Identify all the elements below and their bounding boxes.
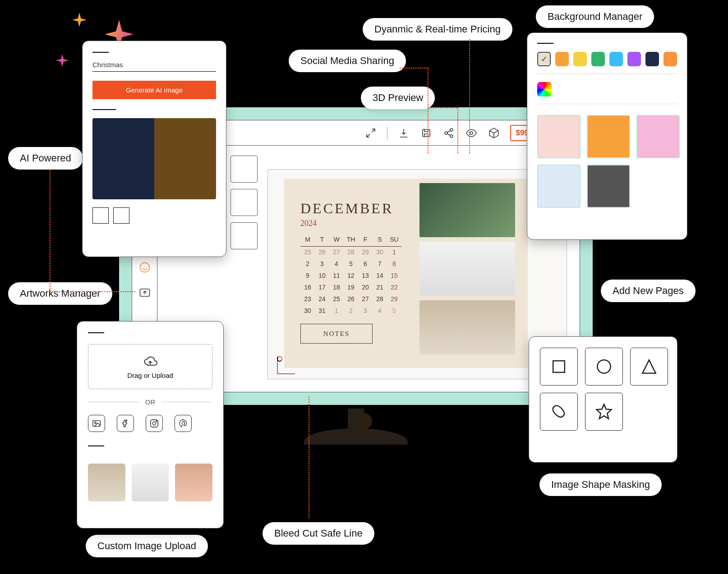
upload-panel: Drag or Upload OR	[77, 321, 224, 528]
pill-pricing: Dyanmic & Real-time Pricing	[363, 18, 512, 41]
uploaded-thumb[interactable]	[88, 464, 125, 501]
svg-point-4	[470, 132, 473, 134]
mask-triangle-icon[interactable]	[630, 348, 668, 386]
download-icon[interactable]	[397, 127, 410, 139]
design-canvas[interactable]: DECEMBER 2024 MTWTHFSSU 2526272829301234…	[267, 169, 567, 379]
mask-panel	[529, 336, 677, 463]
bleed-cut-guide	[277, 356, 295, 374]
svg-point-13	[156, 421, 157, 422]
svg-point-7	[140, 263, 149, 272]
artwork-item[interactable]	[230, 156, 258, 183]
svg-point-15	[597, 360, 610, 373]
upload-rail-icon[interactable]	[138, 286, 151, 299]
uploaded-thumb[interactable]	[132, 464, 169, 501]
star-decoration	[72, 13, 87, 27]
color-swatch[interactable]	[627, 52, 641, 66]
bg-pattern[interactable]	[537, 165, 581, 208]
svg-point-1	[450, 129, 453, 131]
instagram-source-icon[interactable]	[146, 415, 163, 432]
bg-pattern[interactable]	[587, 115, 630, 158]
background-panel	[527, 32, 687, 240]
calendar-card: DECEMBER 2024 MTWTHFSSU 2526272829301234…	[284, 179, 528, 368]
svg-point-2	[445, 132, 447, 134]
collage-photo[interactable]	[419, 183, 515, 237]
pill-artworks: Artworks Manager	[8, 282, 112, 305]
ai-panel: Christmas Generate AI Image	[82, 41, 226, 257]
drop-label: Drag or Upload	[127, 372, 173, 379]
artwork-item[interactable]	[230, 222, 258, 249]
generate-ai-button[interactable]: Generate AI Image	[92, 81, 216, 99]
facebook-source-icon[interactable]	[117, 415, 134, 432]
cloud-upload-icon	[142, 354, 158, 368]
gallery-source-icon[interactable]	[88, 415, 105, 432]
ai-result-preview[interactable]	[92, 118, 216, 199]
color-swatch[interactable]	[645, 52, 659, 66]
artwork-item[interactable]	[230, 189, 258, 216]
bg-pattern[interactable]	[636, 115, 680, 158]
monitor-camera	[356, 413, 372, 429]
ai-thumb[interactable]	[113, 207, 129, 224]
mask-star-icon[interactable]	[585, 393, 623, 431]
color-swatch[interactable]	[663, 52, 677, 66]
svg-rect-0	[423, 129, 430, 137]
color-swatch[interactable]	[573, 52, 587, 66]
svg-point-10	[94, 422, 96, 423]
color-swatch[interactable]	[591, 52, 605, 66]
collage-photo[interactable]	[419, 300, 515, 354]
or-label: OR	[145, 398, 156, 406]
color-swatch[interactable]	[609, 52, 623, 66]
drop-zone[interactable]: Drag or Upload	[88, 344, 212, 389]
emoji-rail-icon[interactable]	[138, 261, 151, 274]
pill-share: Social Media Sharing	[289, 50, 406, 72]
mask-blob-icon[interactable]	[540, 393, 578, 431]
mask-square-icon[interactable]	[540, 348, 578, 386]
pill-pages: Add New Pages	[601, 280, 696, 302]
pinterest-source-icon[interactable]	[175, 415, 192, 432]
cube-3d-icon[interactable]	[488, 127, 500, 139]
svg-point-12	[152, 422, 156, 425]
color-picker-icon[interactable]	[537, 82, 552, 96]
pill-mask: Image Shape Masking	[539, 473, 662, 496]
ai-thumb[interactable]	[92, 207, 109, 224]
bg-pattern[interactable]	[537, 115, 581, 158]
save-icon[interactable]	[420, 127, 433, 139]
collage-photo[interactable]	[419, 242, 515, 296]
ai-prompt-input[interactable]: Christmas	[92, 61, 216, 69]
pill-upload: Custom Image Upload	[86, 535, 208, 557]
share-icon[interactable]	[442, 127, 455, 139]
star-decoration	[56, 54, 69, 67]
color-swatch[interactable]	[555, 52, 569, 66]
pill-ai-powered: AI Powered	[8, 147, 83, 170]
mask-circle-icon[interactable]	[585, 348, 623, 386]
svg-point-3	[450, 135, 453, 138]
pill-3d: 3D Preview	[361, 87, 435, 109]
pill-bleed: Bleed Cut Safe Line	[263, 522, 374, 545]
pill-bg: Background Manager	[536, 5, 654, 28]
preview-icon[interactable]	[465, 127, 478, 139]
svg-rect-14	[553, 361, 565, 372]
color-swatch[interactable]	[537, 52, 551, 66]
uploaded-thumb[interactable]	[175, 464, 212, 501]
calendar-grid: MTWTHFSSU 252627282930123456789101112131…	[300, 234, 401, 317]
svg-rect-9	[93, 421, 101, 427]
notes-box: NOTES	[300, 324, 373, 344]
bg-pattern[interactable]	[587, 165, 630, 208]
expand-icon[interactable]	[364, 127, 377, 139]
